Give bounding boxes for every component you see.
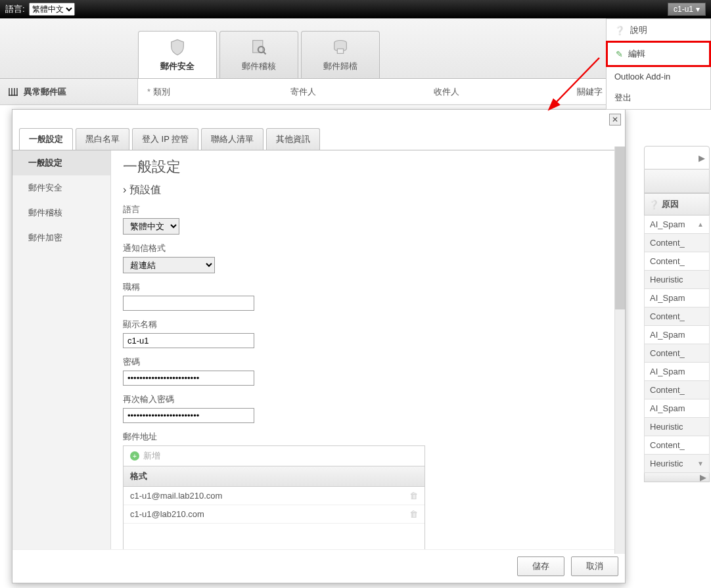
reason-row[interactable]: AI_Spam [644, 289, 710, 307]
menu-outlook[interactable]: Outlook Add-in [607, 66, 710, 87]
dialog-vertical-scrollbar[interactable] [614, 150, 625, 549]
dialog-tabs: 一般設定 黑白名單 登入 IP 控管 聯絡人清單 其他資訊 [12, 110, 625, 150]
email-address: c1-u1@mail.lab210.com [130, 491, 409, 501]
side-audit[interactable]: 郵件稽核 [12, 200, 110, 225]
col-recipient[interactable]: 收件人 [424, 86, 568, 98]
dtab-general[interactable]: 一般設定 [19, 128, 73, 150]
settings-dialog: ✕ 一般設定 黑白名單 登入 IP 控管 聯絡人清單 其他資訊 一般設定 郵件安… [12, 109, 626, 583]
menu-edit[interactable]: ✎ 編輯 [606, 41, 711, 67]
dtab-bwlist[interactable]: 黑白名單 [76, 128, 129, 150]
help-icon: ❔ [614, 26, 625, 35]
plus-icon: + [130, 451, 139, 461]
reason-column-header[interactable]: ❔ 原因 [644, 193, 710, 215]
dtab-other[interactable]: 其他資訊 [266, 128, 320, 150]
field-notify-select[interactable]: 超連結 [123, 257, 215, 273]
reason-row[interactable]: Heuristic [644, 418, 710, 436]
reason-row[interactable]: AI_Spam [644, 399, 710, 418]
col-sender[interactable]: 寄件人 [281, 86, 424, 98]
field-jobtitle-label: 職稱 [123, 281, 613, 293]
caret-down-icon: ▾ [696, 5, 700, 14]
tab-mail-audit[interactable]: 郵件稽核 [219, 31, 298, 78]
field-email-label: 郵件地址 [123, 431, 613, 443]
save-button[interactable]: 儲存 [517, 556, 564, 576]
reason-row[interactable]: AI_Spam▲ [644, 215, 710, 234]
side-security[interactable]: 郵件安全 [12, 175, 110, 200]
search-doc-icon [250, 38, 268, 57]
help-icon: ❔ [649, 200, 659, 210]
trash-icon[interactable]: 🗑 [409, 491, 418, 501]
field-password2-input[interactable] [123, 408, 254, 423]
reason-row[interactable]: Content_ [644, 252, 710, 271]
sub-header: 異常郵件區 * 類別 寄件人 收件人 關鍵字 [0, 79, 711, 105]
grid-icon [8, 87, 18, 97]
email-row[interactable]: c1-u1@lab210.com🗑 [124, 505, 424, 524]
user-menu-button[interactable]: c1-u1 ▾ [668, 3, 706, 16]
field-password-input[interactable] [123, 371, 254, 386]
email-add-button[interactable]: + 新增 [130, 450, 418, 462]
dtab-contacts[interactable]: 聯絡人清單 [201, 128, 264, 150]
page-title: 一般設定 [123, 157, 613, 177]
cancel-button[interactable]: 取消 [571, 556, 618, 576]
shield-icon [168, 38, 187, 57]
reason-row[interactable]: Heuristic▼ [644, 455, 710, 473]
main-tabs: 郵件安全 郵件稽核 郵件歸檔 [0, 18, 711, 79]
field-jobtitle-input[interactable] [123, 296, 254, 311]
reason-row[interactable]: AI_Spam [644, 326, 710, 344]
reason-row[interactable]: Content_ [644, 381, 710, 399]
menu-help[interactable]: ❔ 說明 [607, 19, 710, 41]
language-label: 語言: [5, 3, 25, 15]
sort-asc-icon: ▲ [697, 221, 704, 228]
field-lang-select[interactable]: 繁體中文 [123, 218, 179, 235]
email-row[interactable]: c1-u1@mail.lab210.com🗑 [124, 487, 424, 505]
archive-icon [331, 38, 350, 57]
side-encrypt[interactable]: 郵件加密 [12, 225, 110, 250]
email-address: c1-u1@lab210.com [130, 509, 409, 519]
close-button[interactable]: ✕ [609, 114, 621, 125]
field-display-label: 顯示名稱 [123, 319, 613, 330]
reason-row[interactable]: Content_ [644, 436, 710, 455]
toolbar-row [644, 170, 710, 193]
tab-mail-security[interactable]: 郵件安全 [138, 31, 217, 78]
tab-mail-archive[interactable]: 郵件歸檔 [301, 31, 380, 78]
dialog-sidebar: 一般設定 郵件安全 郵件稽核 郵件加密 [12, 150, 111, 549]
field-password2-label: 再次輸入密碼 [123, 394, 613, 405]
email-header: 格式 [124, 466, 424, 487]
reason-row[interactable]: Heuristic [644, 271, 710, 289]
trash-icon[interactable]: 🗑 [409, 509, 418, 519]
edit-icon: ✎ [616, 49, 623, 59]
dialog-main: 一般設定 › 預設值 語言 繁體中文 通知信格式 超連結 職稱 顯示名稱 密碼 [111, 150, 625, 549]
user-name: c1-u1 [674, 5, 693, 14]
dtab-ipctrl[interactable]: 登入 IP 控管 [132, 128, 198, 150]
email-box: + 新增 格式 c1-u1@mail.lab210.com🗑c1-u1@lab2… [123, 445, 425, 549]
svg-line-3 [264, 52, 266, 55]
quarantine-area[interactable]: 異常郵件區 [0, 79, 138, 104]
search-collapse[interactable]: ▶ [644, 146, 710, 170]
top-bar: 語言: 繁體中文 c1-u1 ▾ [0, 0, 711, 18]
svg-rect-5 [337, 49, 343, 53]
field-notify-label: 通知信格式 [123, 242, 613, 254]
field-display-input[interactable] [123, 333, 254, 348]
language-select[interactable]: 繁體中文 [29, 3, 75, 16]
scroll-down-icon: ▼ [697, 460, 704, 467]
field-password-label: 密碼 [123, 356, 613, 368]
right-panel: ▶ ❔ 原因 AI_Spam▲Content_Content_Heuristic… [644, 146, 710, 482]
section-default: › 預設值 [123, 183, 613, 197]
reason-row[interactable]: Content_ [644, 344, 710, 363]
reason-row[interactable]: Content_ [644, 307, 710, 326]
side-general[interactable]: 一般設定 [12, 150, 110, 175]
col-category[interactable]: * 類別 [138, 86, 281, 98]
menu-logout[interactable]: 登出 [607, 87, 710, 109]
reason-row[interactable]: AI_Spam [644, 363, 710, 381]
field-lang-label: 語言 [123, 204, 613, 215]
horizontal-scrollbar[interactable]: ▶ [644, 473, 710, 482]
user-dropdown-menu: ❔ 說明 ✎ 編輯 Outlook Add-in 登出 [606, 18, 711, 110]
reason-row[interactable]: Content_ [644, 234, 710, 252]
